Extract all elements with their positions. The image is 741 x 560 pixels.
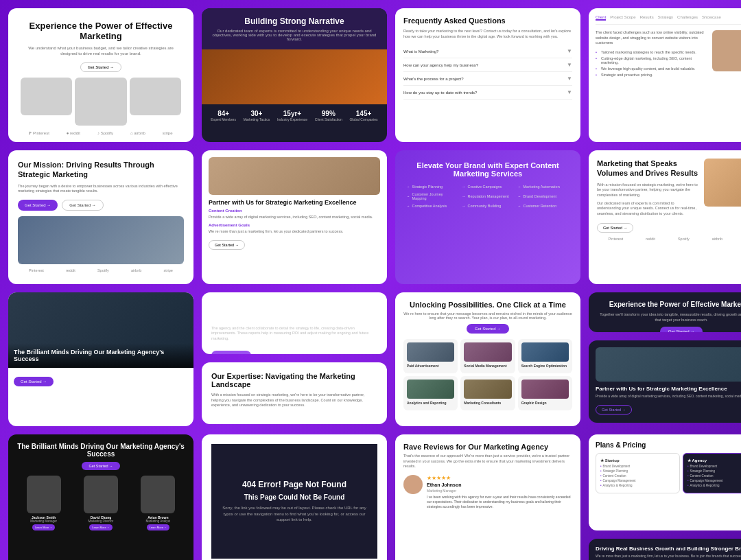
card5-btn1[interactable]: Get Started →: [18, 200, 58, 211]
faq-item-2[interactable]: How can your agency help my business? ▼: [403, 58, 572, 72]
card8-desc: The agency and the client collaborate to…: [211, 326, 377, 342]
stat-satisfaction-label: Client Satisfaction: [315, 117, 342, 121]
card14-logo-s: Spotify: [678, 237, 690, 241]
tab-results[interactable]: Results: [640, 15, 654, 21]
mini-card-paid: Paid Advertisement: [403, 339, 458, 373]
david-title: Marketing Director: [73, 520, 128, 523]
card15-btn[interactable]: Get Started →: [82, 462, 119, 470]
partner-dark-btn[interactable]: Get Started →: [596, 405, 632, 415]
card-pricing: Plans & Pricing ★ Startup Brand Developm…: [589, 434, 741, 530]
mc-img-graphic: [521, 380, 569, 399]
card-marketing-volumes: Marketing that Speaks Volumes and Drives…: [589, 150, 741, 284]
team-david: David Chang Marketing Director Learn Mor…: [73, 476, 128, 530]
tab-showcase[interactable]: Showcase: [702, 15, 721, 21]
tab-strategy[interactable]: Strategy: [658, 15, 673, 21]
avian-img: [141, 476, 175, 513]
card14-btn[interactable]: Get Started →: [597, 223, 633, 233]
card1-desc: We understand what your business budget,…: [21, 45, 181, 57]
stat-marketing-label: Marketing Tactics: [244, 117, 270, 121]
card5-desc: The journey began with a desire to empow…: [18, 184, 184, 194]
logo-airbnb: ⌂ airbnb: [130, 131, 145, 135]
driving-dark-title: Driving Real Business Growth and Buildin…: [596, 546, 741, 552]
plan-startup-name: ★ Startup: [600, 458, 675, 463]
tab-project-scope[interactable]: Project Scope: [610, 15, 635, 21]
card1-title: Experience the Power of Effective Market…: [21, 21, 181, 41]
card5-btn2[interactable]: Get Started →: [62, 200, 103, 211]
card1-images: [21, 78, 181, 126]
stat-companies-num: 145+: [349, 110, 377, 117]
faq-item-4[interactable]: How do you stay up-to-date with trends? …: [403, 86, 572, 100]
card-partner-dark: Partner with Us for Strategic Marketing …: [589, 340, 741, 423]
jackson-title: Marketing Manager: [16, 520, 71, 523]
card10-overlay: The Brilliant Minds Driving Our Marketin…: [8, 343, 193, 368]
card14-logo-a: airbnb: [712, 237, 722, 241]
service-journey: Customer Journey Mapping: [406, 192, 458, 200]
card8-title: Bridging the Gap Between Brands and Audi…: [211, 302, 377, 322]
card17-title: Rave Reviews for Our Marketing Agency: [403, 443, 572, 451]
card-exp-dark-desc: Together we'll transform your idea into …: [597, 312, 741, 323]
driving-dark-desc: We re more than just a marketing firm, l…: [596, 554, 741, 559]
card12-title: Our Expertise: Navigating the Marketing …: [211, 372, 377, 388]
card13-title: Unlocking Possibilities. One Click at a …: [403, 301, 572, 309]
avian-btn[interactable]: Learn More →: [147, 524, 170, 530]
card6-top-img: [209, 157, 380, 195]
faq-q3: What's the process for a project?: [403, 77, 464, 81]
card-exp-dark-btn[interactable]: Get Started →: [660, 327, 703, 332]
card4-li4: Strategic and proactive pricing.: [596, 73, 741, 77]
reviewer-role: Marketing Manager: [427, 489, 572, 493]
card14-logo-p: Pinterest: [608, 237, 623, 241]
card7-title: Elevate Your Brand with Expert Content M…: [406, 161, 569, 178]
reviewer-stars: ★★★★★: [427, 475, 572, 481]
card-brilliant-minds: The Brilliant Minds Driving Our Marketin…: [8, 434, 193, 560]
reviewer-avatar: [403, 475, 423, 494]
card10-btn[interactable]: Get Started →: [14, 377, 54, 386]
tab-client[interactable]: Client: [596, 15, 606, 21]
faq-item-1[interactable]: What is Marketing? ▼: [403, 45, 572, 58]
stat-marketing-num: 30+: [244, 110, 270, 117]
card5-logo-a: airbnb: [131, 268, 141, 272]
card14-logo-r: reddit: [646, 237, 655, 241]
card1-img1: [21, 78, 72, 115]
card-elevate-brand: Elevate Your Brand with Expert Content M…: [395, 150, 580, 284]
card1-cta[interactable]: Get Started →: [80, 62, 121, 72]
plan-agency: ★ Agency Brand Development Strategic Pla…: [683, 453, 741, 493]
card12-desc: With a mission focused on strategic mark…: [211, 393, 377, 408]
david-btn[interactable]: Learn More →: [89, 524, 113, 530]
service-creative: Creative Campaigns: [462, 185, 514, 189]
card5-logo-r: reddit: [66, 268, 75, 272]
stat-experts: 84+ Expert Members: [211, 110, 236, 121]
service-community: Community Building: [462, 204, 514, 208]
card6-label-ad: Advertisement Goals: [209, 223, 380, 227]
plan-startup: ★ Startup Brand Development Strategic Pl…: [596, 453, 680, 493]
card10-hero: The Brilliant Minds Driving Our Marketin…: [8, 292, 193, 368]
avian-title: Marketing Analyst: [131, 520, 185, 523]
jackson-btn[interactable]: Learn More →: [32, 524, 56, 530]
card15-dark-bg: The Brilliant Minds Driving Our Marketin…: [8, 434, 193, 560]
card13-btn[interactable]: Get Started →: [467, 324, 509, 334]
card-mission: Our Mission: Driving Results Through Str…: [8, 150, 193, 284]
faq-q1: What is Marketing?: [403, 49, 438, 54]
faq-item-3[interactable]: What's the process for a project? ▼: [403, 72, 572, 86]
mc-img-consult: [464, 380, 511, 399]
team-jackson: Jackson Smith Marketing Manager Learn Mo…: [16, 476, 71, 530]
service-reputation: Reputation Management: [462, 192, 514, 200]
card6-btn[interactable]: Get Started →: [209, 240, 245, 250]
card13-desc: We re here to ensure that your message b…: [403, 312, 572, 320]
tab-challenges[interactable]: Challenges: [677, 15, 698, 21]
mc-img-seo: [521, 342, 569, 362]
card6-content-desc: Provide a wide array of digital marketin…: [209, 215, 380, 220]
card13-mini-grid: Paid Advertisement Social Media Manageme…: [403, 339, 572, 410]
card4-li2: Cutting-edge digital marketing, includin…: [596, 56, 741, 65]
card-reviews: Rave Reviews for Our Marketing Agency Th…: [395, 434, 580, 560]
mc-label-paid: Paid Advertisement: [407, 364, 454, 368]
card5-title: Our Mission: Driving Results Through Str…: [18, 160, 184, 180]
card4-li1: Tailored marketing strategies to reach t…: [596, 50, 741, 54]
card-expertise: Our Expertise: Navigating the Marketing …: [202, 362, 387, 424]
card14-right-img: [704, 159, 741, 207]
faq-arrow-4: ▼: [567, 89, 572, 95]
reviewer-text: I ve been working with this agency for o…: [427, 495, 572, 509]
card8-btn[interactable]: Get Started →: [211, 351, 251, 354]
partner-dark-title: Partner with Us for Strategic Marketing …: [596, 386, 741, 392]
plan-agency-f1: Brand Development: [687, 465, 741, 468]
card6-label-content: Content Creation: [209, 209, 380, 213]
